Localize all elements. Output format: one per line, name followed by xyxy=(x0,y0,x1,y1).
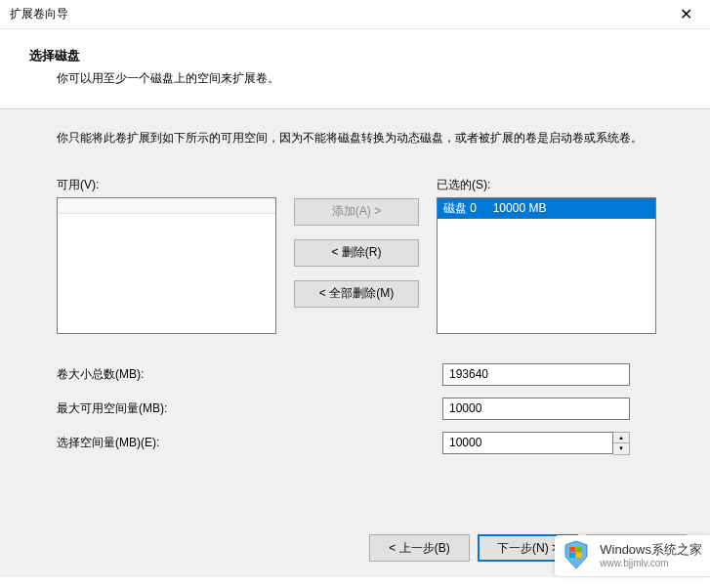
transfer-buttons: 添加(A) > < 删除(R) < 全部删除(M) xyxy=(294,177,419,334)
max-size-value: 10000 xyxy=(442,398,630,420)
total-size-label: 卷大小总数(MB): xyxy=(57,366,442,383)
watermark-title: Windows系统之家 xyxy=(600,542,702,558)
size-form: 卷大小总数(MB): 193640 最大可用空间量(MB): 10000 选择空… xyxy=(57,363,653,455)
amount-input[interactable] xyxy=(442,432,613,454)
titlebar: 扩展卷向导 ✕ xyxy=(0,0,710,29)
page-subtitle: 你可以用至少一个磁盘上的空间来扩展卷。 xyxy=(29,70,700,87)
watermark: Windows系统之家 www.bjjmlv.com xyxy=(555,535,710,576)
svg-rect-4 xyxy=(576,553,582,558)
svg-rect-2 xyxy=(576,547,582,552)
close-icon[interactable]: ✕ xyxy=(670,3,702,25)
total-size-value: 193640 xyxy=(442,363,630,386)
spinner-buttons: ▲ ▼ xyxy=(613,432,630,455)
amount-label: 选择空间量(MB)(E): xyxy=(57,435,442,451)
list-header xyxy=(58,198,275,214)
remove-all-button[interactable]: < 全部删除(M) xyxy=(294,280,419,308)
selected-listbox[interactable]: 磁盘 0 10000 MB xyxy=(437,197,656,334)
disk-selection-area: 可用(V): 添加(A) > < 删除(R) < 全部删除(M) 已选的(S):… xyxy=(57,177,653,334)
page-title: 选择磁盘 xyxy=(29,47,700,64)
window-title: 扩展卷向导 xyxy=(10,6,68,22)
wizard-content: 你只能将此卷扩展到如下所示的可用空间，因为不能将磁盘转换为动态磁盘，或者被扩展的… xyxy=(0,108,710,519)
spin-down-icon[interactable]: ▼ xyxy=(613,443,629,454)
list-item[interactable]: 磁盘 0 10000 MB xyxy=(438,198,655,219)
selected-column: 已选的(S): 磁盘 0 10000 MB xyxy=(437,177,656,334)
total-size-row: 卷大小总数(MB): 193640 xyxy=(57,363,653,386)
svg-rect-1 xyxy=(569,547,575,552)
wizard-header: 选择磁盘 你可以用至少一个磁盘上的空间来扩展卷。 xyxy=(0,29,710,108)
amount-row: 选择空间量(MB)(E): ▲ ▼ xyxy=(57,432,653,455)
back-button[interactable]: < 上一步(B) xyxy=(369,534,470,562)
remove-button[interactable]: < 删除(R) xyxy=(294,239,419,267)
svg-rect-3 xyxy=(569,553,575,558)
watermark-url: www.bjjmlv.com xyxy=(600,558,702,569)
spin-up-icon[interactable]: ▲ xyxy=(613,433,629,443)
available-column: 可用(V): xyxy=(57,177,276,334)
available-listbox[interactable] xyxy=(57,197,276,334)
watermark-text: Windows系统之家 www.bjjmlv.com xyxy=(600,542,702,569)
amount-spinner: ▲ ▼ xyxy=(442,432,630,455)
add-button[interactable]: 添加(A) > xyxy=(294,198,419,226)
windows-logo-icon xyxy=(559,539,594,572)
max-size-label: 最大可用空间量(MB): xyxy=(57,400,442,417)
selected-label: 已选的(S): xyxy=(437,177,656,193)
description-text: 你只能将此卷扩展到如下所示的可用空间，因为不能将磁盘转换为动态磁盘，或者被扩展的… xyxy=(57,127,653,149)
max-size-row: 最大可用空间量(MB): 10000 xyxy=(57,398,653,420)
available-label: 可用(V): xyxy=(57,177,276,193)
